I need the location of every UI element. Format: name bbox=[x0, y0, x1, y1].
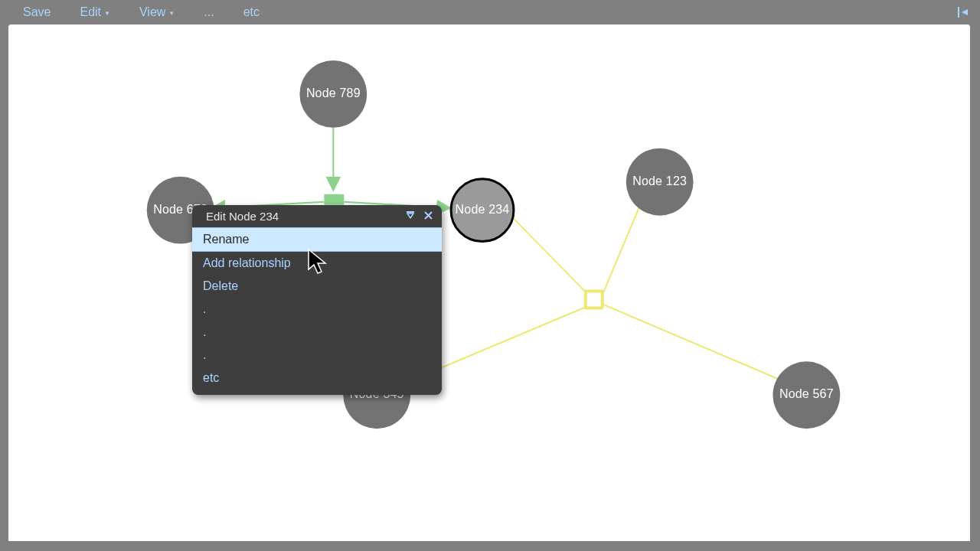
node-label: Node 789 bbox=[306, 86, 361, 99]
toolbar-edit[interactable]: Edit ▼ bbox=[80, 5, 110, 19]
edge-hub-123-yellow[interactable] bbox=[603, 204, 641, 295]
node-789[interactable]: Node 789 bbox=[299, 60, 367, 128]
svg-marker-1 bbox=[962, 9, 968, 15]
svg-marker-9 bbox=[407, 214, 413, 218]
node-label: Node 123 bbox=[632, 174, 687, 187]
context-menu-list: Rename Add relationship Delete . . . etc bbox=[192, 227, 442, 395]
edge-hub-567-yellow[interactable] bbox=[603, 304, 782, 380]
hub-yellow[interactable] bbox=[586, 291, 603, 308]
chevron-down-icon: ▼ bbox=[168, 10, 175, 17]
close-icon[interactable] bbox=[424, 210, 433, 222]
context-menu-item-rename[interactable]: Rename bbox=[192, 227, 442, 252]
context-menu-item-delete[interactable]: Delete bbox=[192, 275, 442, 298]
context-menu-item-etc[interactable]: etc bbox=[192, 367, 442, 395]
context-menu-item-add-relationship[interactable]: Add relationship bbox=[192, 252, 442, 275]
context-menu-item-more[interactable]: . bbox=[192, 344, 442, 367]
toolbar-view-label: View bbox=[139, 5, 165, 19]
node-123[interactable]: Node 123 bbox=[626, 148, 694, 216]
chevron-down-icon: ▼ bbox=[104, 10, 110, 17]
node-label: Node 234 bbox=[456, 203, 510, 216]
edge-234-hub-yellow[interactable] bbox=[512, 217, 587, 294]
node-label: Node 567 bbox=[779, 387, 834, 400]
context-menu-item-more[interactable]: . bbox=[192, 298, 442, 321]
hub-green[interactable] bbox=[324, 194, 344, 205]
collapse-panel-icon[interactable] bbox=[957, 6, 969, 18]
node-567[interactable]: Node 567 bbox=[773, 361, 840, 429]
toolbar-more[interactable]: ... bbox=[204, 5, 214, 19]
context-menu-header: Edit Node 234 bbox=[192, 205, 442, 227]
toolbar-etc[interactable]: etc bbox=[243, 5, 260, 19]
toolbar-save[interactable]: Save bbox=[23, 5, 51, 19]
context-menu: Edit Node 234 Rename Add relationship De… bbox=[192, 205, 442, 395]
panel-controls bbox=[952, 0, 974, 24]
minimize-icon[interactable] bbox=[406, 210, 415, 222]
context-menu-title: Edit Node 234 bbox=[206, 210, 279, 223]
graph-canvas[interactable]: Node 789 Node 678 Node 123 Node 345 Node… bbox=[8, 24, 971, 542]
toolbar-edit-label: Edit bbox=[80, 5, 101, 19]
node-234[interactable]: Node 234 bbox=[451, 179, 514, 242]
context-menu-item-more[interactable]: . bbox=[192, 321, 442, 344]
main-toolbar: Save Edit ▼ View ▼ ... etc bbox=[0, 0, 283, 24]
toolbar-view[interactable]: View ▼ bbox=[139, 5, 175, 19]
